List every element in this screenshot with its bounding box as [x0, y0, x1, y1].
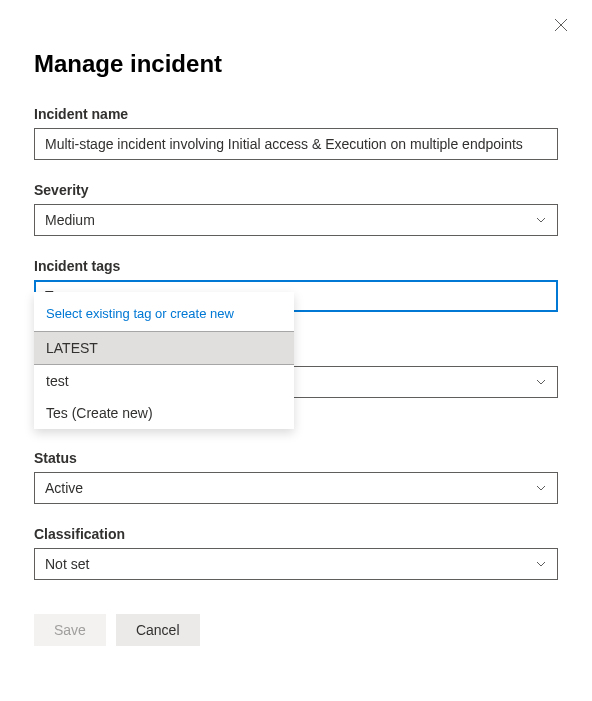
status-group: Status Active	[34, 450, 558, 504]
classification-select[interactable]: Not set	[34, 548, 558, 580]
incident-name-input[interactable]	[34, 128, 558, 160]
incident-name-group: Incident name	[34, 106, 558, 160]
tags-dropdown-item[interactable]: test	[34, 365, 294, 397]
chevron-down-icon	[535, 214, 547, 226]
classification-value: Not set	[45, 556, 89, 572]
button-row: Save Cancel	[34, 614, 558, 646]
classification-label: Classification	[34, 526, 558, 542]
chevron-down-icon	[535, 482, 547, 494]
incident-tags-label: Incident tags	[34, 258, 558, 274]
status-label: Status	[34, 450, 558, 466]
severity-label: Severity	[34, 182, 558, 198]
status-select[interactable]: Active	[34, 472, 558, 504]
tags-dropdown-item[interactable]: LATEST	[34, 331, 294, 365]
incident-tags-group: Incident tags Select existing tag or cre…	[34, 258, 558, 312]
incident-name-label: Incident name	[34, 106, 558, 122]
severity-value: Medium	[45, 212, 95, 228]
close-icon[interactable]	[554, 18, 570, 34]
severity-group: Severity Medium	[34, 182, 558, 236]
severity-select[interactable]: Medium	[34, 204, 558, 236]
tags-dropdown-header: Select existing tag or create new	[34, 292, 294, 331]
page-title: Manage incident	[34, 50, 558, 78]
chevron-down-icon	[535, 558, 547, 570]
tags-dropdown: Select existing tag or create new LATEST…	[34, 292, 294, 429]
status-value: Active	[45, 480, 83, 496]
cancel-button[interactable]: Cancel	[116, 614, 200, 646]
tags-dropdown-item[interactable]: Tes (Create new)	[34, 397, 294, 429]
save-button[interactable]: Save	[34, 614, 106, 646]
classification-group: Classification Not set	[34, 526, 558, 580]
chevron-down-icon	[535, 376, 547, 388]
